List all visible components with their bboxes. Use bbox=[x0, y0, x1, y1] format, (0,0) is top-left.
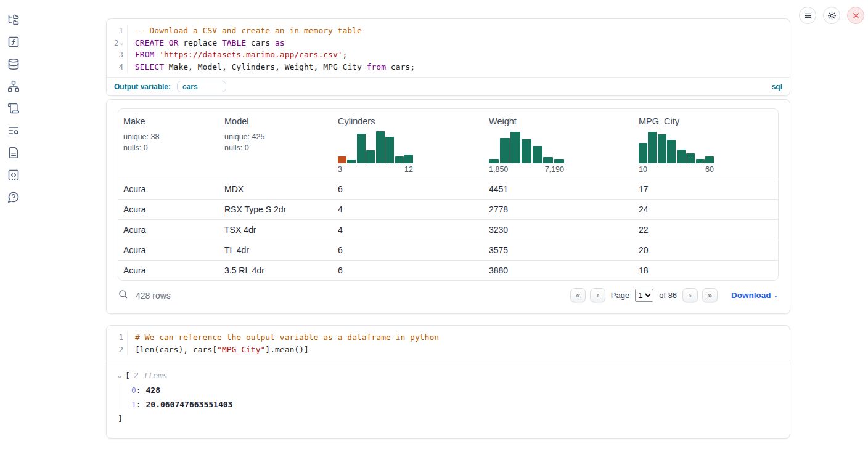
first-page-button[interactable]: « bbox=[570, 288, 586, 302]
line-number: 2⌄ bbox=[107, 37, 128, 49]
download-label: Download bbox=[731, 291, 771, 300]
histogram-bar[interactable] bbox=[395, 156, 404, 163]
histogram-bar[interactable] bbox=[357, 134, 366, 163]
search-icon[interactable] bbox=[118, 289, 128, 302]
table-cell: 3575 bbox=[484, 245, 634, 255]
histogram-bar[interactable] bbox=[510, 132, 520, 163]
table-cell: 3880 bbox=[484, 265, 634, 275]
settings-button[interactable] bbox=[823, 7, 840, 24]
output-variable-row: Output variable: sql bbox=[107, 77, 790, 95]
histogram-bar[interactable] bbox=[648, 132, 657, 163]
histogram-bar[interactable] bbox=[686, 153, 695, 163]
file-tree-icon bbox=[7, 14, 20, 26]
sql-code-editor[interactable]: 1-- Download a CSV and create an in-memo… bbox=[107, 19, 790, 77]
code-line: 1-- Download a CSV and create an in-memo… bbox=[107, 25, 790, 37]
histogram-bar[interactable] bbox=[385, 137, 394, 163]
table-cell: RSX Type S 2dr bbox=[219, 204, 333, 214]
item-value: 428 bbox=[145, 386, 160, 395]
list-item: 0: 428 bbox=[131, 384, 779, 398]
line-number: 2 bbox=[107, 344, 128, 356]
sidebar-item-snippets[interactable] bbox=[7, 169, 20, 181]
sidebar-item-documentation[interactable] bbox=[7, 147, 20, 159]
sidebar-item-scratchpad[interactable] bbox=[7, 102, 20, 115]
histogram-bar[interactable] bbox=[667, 140, 676, 163]
code-text: CREATE OR replace TABLE cars as bbox=[135, 37, 285, 49]
table-cell: Acura bbox=[118, 225, 219, 235]
next-page-button[interactable]: › bbox=[682, 288, 698, 302]
fold-chevron-icon[interactable]: ⌄ bbox=[120, 37, 123, 49]
histogram-bar[interactable] bbox=[366, 150, 375, 163]
column-header[interactable]: Weight1,8507,190 bbox=[484, 116, 634, 174]
column-header[interactable]: Cylinders312 bbox=[333, 116, 484, 174]
code-text: -- Download a CSV and create an in-memor… bbox=[135, 25, 362, 37]
shutdown-button[interactable] bbox=[847, 7, 864, 24]
sidebar-item-file-tree[interactable] bbox=[7, 14, 20, 26]
histogram-bar[interactable] bbox=[500, 138, 510, 163]
column-header[interactable]: MPG_City1060 bbox=[634, 116, 779, 174]
tree-root[interactable]: ⌄ [ 2 Items bbox=[118, 371, 779, 380]
prev-page-button[interactable]: ‹ bbox=[590, 288, 605, 302]
table-footer: 428 rows « ‹ Page 1 of 86 › » Download ⌄ bbox=[118, 281, 779, 309]
network-icon bbox=[7, 80, 20, 92]
sidebar-item-logs[interactable] bbox=[7, 124, 20, 137]
notebook: 1-- Download a CSV and create an in-memo… bbox=[106, 18, 790, 439]
column-header[interactable]: Modelunique: 425nulls: 0 bbox=[219, 116, 333, 174]
column-header[interactable]: Makeunique: 38nulls: 0 bbox=[118, 116, 219, 174]
sidebar-item-help[interactable] bbox=[7, 191, 20, 203]
table-cell: 6 bbox=[333, 245, 484, 255]
table-row[interactable]: AcuraTL 4dr6357520 bbox=[118, 240, 778, 260]
list-item: 1: 20.060747663551403 bbox=[131, 398, 779, 412]
line-number: 1 bbox=[107, 25, 128, 37]
menu-button[interactable] bbox=[799, 7, 816, 24]
table-cell: 24 bbox=[634, 204, 779, 214]
histogram-bar[interactable] bbox=[338, 156, 346, 163]
table-cell: TSX 4dr bbox=[219, 225, 333, 235]
table-cell: Acura bbox=[118, 245, 219, 255]
table-cell: Acura bbox=[118, 204, 219, 214]
download-button[interactable]: Download ⌄ bbox=[731, 291, 779, 300]
gear-icon bbox=[827, 11, 837, 20]
page-select[interactable]: 1 bbox=[635, 289, 653, 302]
histogram-bar[interactable] bbox=[404, 155, 413, 163]
histogram-bar[interactable] bbox=[705, 156, 714, 163]
sidebar-item-datasources[interactable] bbox=[7, 58, 20, 70]
histogram-bar[interactable] bbox=[554, 159, 564, 163]
menu-icon bbox=[803, 11, 813, 20]
table-cell: 3.5 RL 4dr bbox=[219, 265, 333, 275]
code-text: # We can reference the output variable a… bbox=[135, 331, 439, 344]
sidebar-item-functions[interactable] bbox=[7, 36, 20, 48]
histogram-bar[interactable] bbox=[543, 157, 553, 163]
chevron-down-icon[interactable]: ⌄ bbox=[118, 372, 125, 379]
table-row[interactable]: Acura3.5 RL 4dr6388018 bbox=[118, 260, 778, 280]
table-cell: 4 bbox=[333, 204, 484, 214]
histogram-bar[interactable] bbox=[533, 146, 542, 163]
histogram-bar[interactable] bbox=[677, 150, 686, 163]
python-code-editor[interactable]: 1# We can reference the output variable … bbox=[107, 326, 790, 360]
table-body: AcuraMDX6445117AcuraRSX Type S 2dr427782… bbox=[118, 179, 778, 280]
table-cell: TL 4dr bbox=[219, 245, 333, 255]
table-cell: 20 bbox=[634, 245, 779, 255]
output-variable-label: Output variable: bbox=[114, 83, 171, 91]
column-stats: unique: 425nulls: 0 bbox=[224, 132, 328, 153]
histogram-axis: 312 bbox=[338, 165, 413, 174]
histogram-bar[interactable] bbox=[347, 160, 356, 163]
table-row[interactable]: AcuraMDX6445117 bbox=[118, 179, 778, 199]
histogram-bar[interactable] bbox=[658, 134, 666, 163]
code-text: FROM 'https://datasets.marimo.app/cars.c… bbox=[135, 49, 347, 61]
code-text: SELECT Make, Model, Cylinders, Weight, M… bbox=[135, 61, 415, 73]
histogram-bar[interactable] bbox=[522, 139, 531, 163]
python-cell-output: ⌄ [ 2 Items 0: 4281: 20.060747663551403 … bbox=[107, 360, 790, 438]
tree-items: 0: 4281: 20.060747663551403 bbox=[121, 384, 779, 411]
table-cell: MDX bbox=[219, 184, 333, 194]
histogram-axis: 1,8507,190 bbox=[489, 165, 564, 174]
histogram-bar[interactable] bbox=[696, 159, 705, 163]
histogram-bar[interactable] bbox=[376, 131, 385, 163]
last-page-button[interactable]: » bbox=[702, 288, 718, 302]
histogram-bar[interactable] bbox=[489, 159, 499, 163]
table-row[interactable]: AcuraTSX 4dr4323022 bbox=[118, 219, 778, 240]
histogram-bar[interactable] bbox=[639, 143, 647, 163]
table-row[interactable]: AcuraRSX Type S 2dr4277824 bbox=[118, 199, 778, 219]
sidebar-item-dependency-graph[interactable] bbox=[7, 80, 20, 92]
output-variable-input[interactable] bbox=[177, 81, 226, 92]
column-name: Weight bbox=[489, 116, 629, 126]
